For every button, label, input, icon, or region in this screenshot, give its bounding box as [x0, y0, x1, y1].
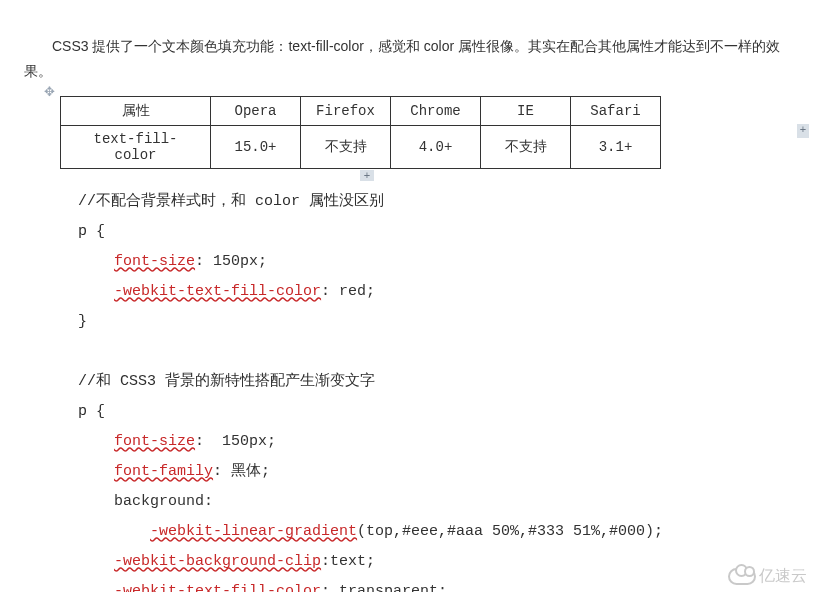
- intro-paragraph: CSS3 提供了一个文本颜色填充功能：text-fill-color，感觉和 c…: [24, 34, 795, 84]
- code-text: : 150px;: [195, 253, 267, 270]
- code-prop: font-size: [114, 253, 195, 270]
- code-prop: -webkit-background-clip: [114, 553, 321, 570]
- code-comment: //不配合背景样式时，和 color 属性没区别: [78, 193, 384, 210]
- code-prop: -webkit-text-fill-color: [114, 583, 321, 592]
- code-text: background:: [114, 493, 213, 510]
- drag-handle-icon[interactable]: ✥: [44, 84, 55, 99]
- code-block: //不配合背景样式时，和 color 属性没区别 p { font-size: …: [78, 187, 795, 592]
- code-text: : red;: [321, 283, 375, 300]
- code-text: : transparent;: [321, 583, 447, 592]
- cloud-icon: [728, 568, 756, 585]
- code-prop: -webkit-text-fill-color: [114, 283, 321, 300]
- watermark-text: 亿速云: [759, 566, 807, 587]
- code-text: :text;: [321, 553, 375, 570]
- code-prop: font-family: [114, 463, 213, 480]
- th-ie: IE: [481, 97, 571, 126]
- code-comment: //和 CSS3 背景的新特性搭配产生渐变文字: [78, 373, 375, 390]
- row-add-handle[interactable]: +: [797, 124, 809, 138]
- code-text: : 150px;: [195, 433, 276, 450]
- td-prop: text-fill-color: [61, 126, 211, 169]
- code-line: p {: [78, 403, 105, 420]
- th-opera: Opera: [211, 97, 301, 126]
- code-text: : 黑体;: [213, 463, 270, 480]
- col-add-handle[interactable]: +: [360, 170, 374, 181]
- code-text: (top,#eee,#aaa 50%,#333 51%,#000);: [357, 523, 663, 540]
- code-prop: font-size: [114, 433, 195, 450]
- td-safari: 3.1+: [571, 126, 661, 169]
- code-prop: -webkit-linear-gradient: [150, 523, 357, 540]
- compat-table: 属性 Opera Firefox Chrome IE Safari text-f…: [60, 96, 661, 169]
- table-row: text-fill-color 15.0+ 不支持 4.0+ 不支持 3.1+: [61, 126, 661, 169]
- th-safari: Safari: [571, 97, 661, 126]
- watermark-logo: 亿速云: [728, 566, 807, 587]
- td-firefox: 不支持: [301, 126, 391, 169]
- compat-table-wrap: ✥ 属性 Opera Firefox Chrome IE Safari text…: [60, 96, 795, 169]
- code-line: p {: [78, 223, 105, 240]
- td-chrome: 4.0+: [391, 126, 481, 169]
- th-chrome: Chrome: [391, 97, 481, 126]
- td-ie: 不支持: [481, 126, 571, 169]
- th-firefox: Firefox: [301, 97, 391, 126]
- code-line: }: [78, 313, 87, 330]
- table-header-row: 属性 Opera Firefox Chrome IE Safari: [61, 97, 661, 126]
- td-opera: 15.0+: [211, 126, 301, 169]
- th-prop: 属性: [61, 97, 211, 126]
